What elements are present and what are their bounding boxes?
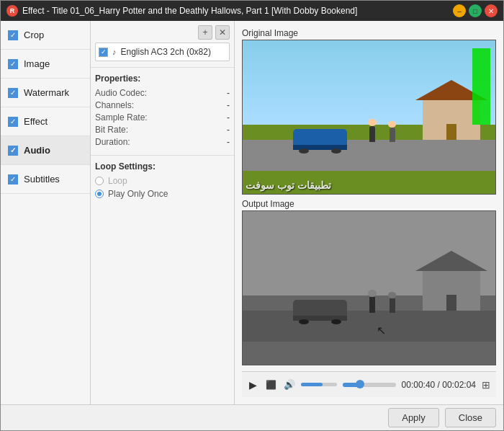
duration-label: Duration: bbox=[95, 137, 130, 147]
title-bar: R Effect - Title 01_06_Harry Potter and … bbox=[1, 1, 503, 21]
loop-settings-title: Loop Settings: bbox=[95, 161, 230, 172]
title-bar-left: R Effect - Title 01_06_Harry Potter and … bbox=[6, 5, 357, 17]
images-row: Original Image bbox=[242, 28, 496, 365]
volume-fill bbox=[301, 383, 323, 386]
audio-track-icon: ♪ bbox=[112, 48, 117, 56]
image-label: Image bbox=[24, 58, 50, 69]
bottom-bar: Apply Close bbox=[1, 404, 503, 430]
minimize-button[interactable]: – bbox=[453, 4, 466, 17]
sidebar-item-image[interactable]: ✓ Image bbox=[1, 50, 90, 79]
watermark-text: تطبيقات توب سوفت bbox=[246, 179, 331, 191]
loop-radio[interactable] bbox=[95, 177, 104, 185]
play-once-label: Play Only Once bbox=[108, 189, 168, 199]
output-image-label: Output Image bbox=[242, 199, 496, 209]
middle-panel: + ✕ ✓ ♪ English AC3 2ch (0x82) Propertie… bbox=[91, 21, 235, 404]
prop-audio-codec: Audio Codec: - bbox=[95, 88, 230, 98]
door bbox=[446, 124, 456, 140]
main-content: ✓ Crop ✓ Image ✓ Watermark ✓ Effect ✓ Au… bbox=[1, 21, 503, 404]
prop-duration: Duration: - bbox=[95, 137, 230, 147]
crop-checkbox[interactable]: ✓ bbox=[8, 30, 18, 40]
out-person1-head bbox=[368, 290, 377, 297]
duration-value: - bbox=[227, 137, 230, 147]
loop-label: Loop bbox=[108, 176, 127, 186]
close-button[interactable]: Close bbox=[445, 408, 496, 427]
house bbox=[423, 100, 480, 140]
play-once-option[interactable]: Play Only Once bbox=[95, 189, 230, 199]
audio-label: Audio bbox=[24, 145, 50, 156]
output-image-container: ↖ bbox=[242, 210, 496, 365]
volume-icon: 🔊 bbox=[284, 379, 295, 390]
road bbox=[243, 140, 495, 171]
playback-bar: ▶ ⬛ 🔊 00:00:40 / 00:02:04 ⊞ bbox=[242, 371, 496, 397]
sidebar-item-crop[interactable]: ✓ Crop bbox=[1, 21, 90, 50]
subtitles-checkbox[interactable]: ✓ bbox=[8, 174, 18, 185]
audio-codec-label: Audio Codec: bbox=[95, 88, 147, 98]
out-door bbox=[446, 295, 456, 311]
maximize-button[interactable]: □ bbox=[469, 4, 482, 17]
wheel-left bbox=[299, 148, 309, 154]
progress-thumb[interactable] bbox=[356, 380, 364, 388]
sidebar-item-audio[interactable]: ✓ Audio bbox=[1, 136, 90, 165]
channels-label: Channels: bbox=[95, 100, 134, 110]
time-display: 00:00:40 / 00:02:04 bbox=[402, 380, 476, 390]
bit-rate-label: Bit Rate: bbox=[95, 125, 128, 135]
image-checkbox[interactable]: ✓ bbox=[8, 59, 18, 69]
loop-option[interactable]: Loop bbox=[95, 176, 230, 186]
person2 bbox=[390, 128, 395, 142]
track-list-header: + ✕ bbox=[95, 25, 230, 40]
car-body bbox=[293, 129, 347, 145]
out-house-roof bbox=[415, 251, 487, 271]
watermark-label: Watermark bbox=[24, 87, 69, 98]
original-image-container: تطبيقات توب سوفت bbox=[242, 40, 496, 195]
out-car bbox=[293, 300, 347, 316]
original-image-block: Original Image bbox=[242, 28, 496, 195]
stop-button[interactable]: ⬛ bbox=[264, 378, 278, 391]
right-panel: Original Image bbox=[235, 21, 503, 404]
add-track-button[interactable]: + bbox=[198, 25, 212, 40]
track-checkbox[interactable]: ✓ bbox=[99, 48, 108, 57]
subtitles-label: Subtitles bbox=[24, 174, 60, 185]
track-name: English AC3 2ch (0x82) bbox=[121, 47, 211, 57]
bit-rate-value: - bbox=[227, 125, 230, 135]
out-house bbox=[423, 271, 480, 311]
output-scene: ↖ bbox=[243, 211, 495, 365]
app-icon: R bbox=[6, 5, 18, 17]
track-item[interactable]: ✓ ♪ English AC3 2ch (0x82) bbox=[95, 43, 230, 61]
out-person2-head bbox=[388, 292, 396, 298]
sample-rate-value: - bbox=[227, 112, 230, 123]
title-bar-controls: – □ ✕ bbox=[453, 4, 498, 17]
out-wheel-left bbox=[299, 319, 309, 324]
close-window-button[interactable]: ✕ bbox=[485, 4, 498, 17]
person1-head bbox=[368, 119, 377, 126]
volume-bar[interactable] bbox=[301, 383, 337, 386]
person2-head bbox=[388, 121, 396, 128]
watermark-checkbox[interactable]: ✓ bbox=[8, 88, 18, 98]
out-person1 bbox=[369, 297, 375, 313]
play-once-radio[interactable] bbox=[95, 190, 104, 198]
person1 bbox=[369, 126, 375, 142]
original-image-label: Original Image bbox=[242, 28, 496, 38]
sidebar-item-watermark[interactable]: ✓ Watermark bbox=[1, 79, 90, 107]
sample-rate-label: Sample Rate: bbox=[95, 112, 148, 123]
prop-channels: Channels: - bbox=[95, 100, 230, 110]
apply-button[interactable]: Apply bbox=[388, 408, 439, 427]
original-scene: تطبيقات توب سوفت bbox=[243, 40, 495, 194]
green-screen bbox=[472, 48, 490, 125]
out-wheel-right bbox=[331, 319, 341, 324]
properties-title: Properties: bbox=[95, 74, 230, 84]
effect-checkbox[interactable]: ✓ bbox=[8, 117, 18, 127]
play-button[interactable]: ▶ bbox=[248, 378, 258, 392]
video-settings-icon[interactable]: ⊞ bbox=[482, 379, 490, 391]
prop-table: Audio Codec: - Channels: - Sample Rate: … bbox=[95, 88, 230, 147]
sidebar-item-effect[interactable]: ✓ Effect bbox=[1, 107, 90, 136]
loop-settings-section: Loop Settings: Loop Play Only Once bbox=[91, 156, 234, 208]
main-window: R Effect - Title 01_06_Harry Potter and … bbox=[0, 0, 504, 431]
audio-checkbox[interactable]: ✓ bbox=[8, 146, 18, 156]
progress-bar[interactable] bbox=[343, 383, 396, 387]
properties-section: Properties: Audio Codec: - Channels: - S… bbox=[91, 68, 234, 156]
sidebar-item-subtitles[interactable]: ✓ Subtitles bbox=[1, 165, 90, 194]
effect-label: Effect bbox=[24, 116, 48, 127]
out-road bbox=[243, 311, 495, 342]
output-image-block: Output Image bbox=[242, 199, 496, 365]
remove-track-button[interactable]: ✕ bbox=[215, 25, 230, 40]
